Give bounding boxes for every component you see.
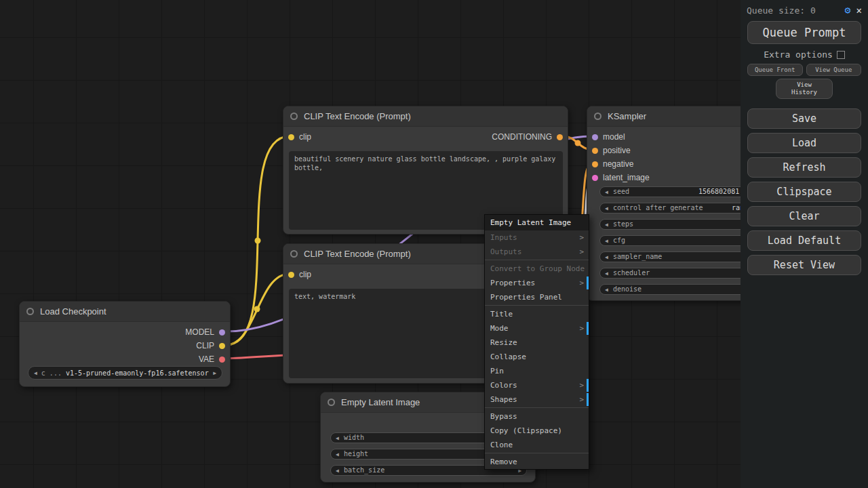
collapse-dot-icon[interactable]	[290, 113, 298, 120]
decrement-arrow-icon[interactable]: ◀	[336, 434, 339, 443]
slot-label: latent_image	[603, 173, 650, 182]
link-dot[interactable]	[575, 140, 581, 146]
clip-output-dot[interactable]	[219, 343, 225, 349]
queue-front-button[interactable]: Queue Front	[747, 64, 803, 76]
slot-label: clip	[299, 132, 311, 142]
negative-input-dot[interactable]	[592, 161, 598, 167]
context-menu-item-pin[interactable]: Pin	[485, 364, 589, 378]
widget-value: ran	[732, 203, 741, 213]
context-menu-item-shapes[interactable]: Shapes>	[485, 392, 589, 407]
decrement-arrow-icon[interactable]: ◀	[605, 204, 608, 213]
conditioning-output-dot[interactable]	[557, 134, 563, 140]
clip-input-dot[interactable]	[288, 134, 294, 140]
input-slot-clip[interactable]: clip	[288, 131, 311, 142]
input-slot-positive[interactable]: positive	[592, 145, 631, 156]
decrement-arrow-icon[interactable]: ◀	[605, 253, 608, 262]
context-menu-item-bypass[interactable]: Bypass	[485, 409, 589, 424]
widget-control-after-generate[interactable]: ◀control after generateran▶	[599, 203, 741, 214]
widget-steps[interactable]: ◀steps▶	[599, 219, 741, 230]
comfyui-menu-panel: Queue size: 0 ⚙ ✕ Queue Prompt Extra opt…	[741, 0, 868, 488]
context-menu-item-properties[interactable]: Properties>	[485, 276, 589, 290]
latent-image-input-dot[interactable]	[592, 175, 598, 181]
context-menu-item-convert-to-group-node: Convert to Group Node	[485, 262, 589, 276]
sidebar-save-button[interactable]: Save	[747, 108, 861, 129]
increment-arrow-icon[interactable]: ▶	[213, 370, 216, 376]
decrement-arrow-icon[interactable]: ◀	[336, 450, 339, 459]
output-slot-clip[interactable]: CLIP	[196, 340, 225, 351]
decrement-arrow-icon[interactable]: ◀	[605, 269, 608, 278]
collapse-dot-icon[interactable]	[594, 113, 601, 120]
widget-cfg[interactable]: ◀cfg▶	[599, 235, 741, 246]
node-title-text: Load Checkpoint	[40, 306, 106, 317]
input-slot-latent-image[interactable]: latent_image	[592, 172, 650, 183]
context-menu-item-resize[interactable]: Resize	[485, 336, 589, 350]
node-header[interactable]: KSampler	[587, 106, 741, 127]
ckpt-name-combo-widget[interactable]: ◀ c ... v1-5-pruned-emaonly-fp16.safeten…	[28, 366, 222, 380]
submenu-accent-bar	[587, 322, 589, 335]
queue-prompt-button[interactable]: Queue Prompt	[747, 21, 861, 44]
output-slot-conditioning[interactable]: CONDITIONING	[492, 131, 563, 142]
sidebar-refresh-button[interactable]: Refresh	[747, 157, 861, 178]
settings-gear-icon[interactable]: ⚙	[845, 5, 851, 16]
input-slot-clip[interactable]: clip	[288, 269, 311, 280]
submenu-arrow-icon: >	[579, 378, 584, 392]
slot-label: model	[603, 132, 625, 142]
input-slot-model[interactable]: model	[592, 131, 625, 142]
widget-denoise[interactable]: ◀denoise▶	[599, 284, 741, 295]
decrement-arrow-icon[interactable]: ◀	[34, 370, 37, 376]
context-menu-item-remove[interactable]: Remove	[485, 455, 589, 469]
close-icon[interactable]: ✕	[856, 5, 862, 16]
model-input-dot[interactable]	[592, 134, 598, 140]
sidebar-load-default-button[interactable]: Load Default	[747, 230, 861, 251]
widget-seed[interactable]: ◀seed1566802081▶	[599, 186, 741, 197]
widget-label: seed	[613, 187, 629, 197]
clip-input-dot[interactable]	[288, 272, 294, 278]
node-header[interactable]: CLIP Text Encode (Prompt)	[283, 106, 568, 127]
extra-options-checkbox[interactable]	[837, 51, 845, 59]
widget-label: steps	[613, 220, 633, 229]
context-menu-item-outputs: Outputs>	[485, 245, 589, 259]
sidebar-load-button[interactable]: Load	[747, 133, 861, 153]
input-slot-negative[interactable]: negative	[592, 159, 633, 169]
sidebar-clipspace-button[interactable]: Clipspace	[747, 182, 861, 202]
decrement-arrow-icon[interactable]: ◀	[605, 220, 608, 229]
collapse-dot-icon[interactable]	[26, 308, 34, 315]
decrement-arrow-icon[interactable]: ◀	[605, 237, 608, 245]
context-menu-item-mode[interactable]: Mode>	[485, 321, 589, 336]
collapse-dot-icon[interactable]	[328, 399, 335, 406]
context-menu-item-properties-panel[interactable]: Properties Panel	[485, 290, 589, 304]
context-menu-separator	[485, 260, 589, 261]
decrement-arrow-icon[interactable]: ◀	[605, 285, 608, 294]
positive-input-dot[interactable]	[592, 148, 598, 154]
output-slot-model[interactable]: MODEL	[185, 327, 225, 338]
widget-sampler-name[interactable]: ◀sampler_name▶	[599, 251, 741, 262]
model-output-dot[interactable]	[219, 329, 225, 336]
context-menu-title: Empty Latent Image	[485, 215, 589, 230]
view-queue-button[interactable]: View Queue	[806, 64, 862, 76]
context-menu-item-collapse[interactable]: Collapse	[485, 350, 589, 364]
node-graph-canvas[interactable]: CLIP Text Encode (Prompt) clip CONDITION…	[0, 0, 741, 488]
context-menu-item-copy-clipspace[interactable]: Copy (Clipspace)	[485, 424, 589, 438]
node-ksampler[interactable]: KSampler modelpositivenegativelatent_ima…	[587, 106, 741, 301]
decrement-arrow-icon[interactable]: ◀	[336, 466, 339, 475]
vae-output-dot[interactable]	[219, 357, 225, 363]
context-menu-item-colors[interactable]: Colors>	[485, 378, 589, 392]
collapse-dot-icon[interactable]	[290, 250, 298, 258]
widget-label: width	[344, 433, 364, 443]
link-dot[interactable]	[254, 306, 260, 312]
view-history-button[interactable]: View History	[776, 79, 833, 99]
link-dot[interactable]	[255, 238, 261, 244]
widget-label: height	[344, 449, 368, 459]
submenu-accent-bar	[587, 379, 589, 392]
submenu-arrow-icon: >	[579, 276, 584, 290]
sidebar-reset-view-button[interactable]: Reset View	[747, 255, 861, 275]
sidebar-clear-button[interactable]: Clear	[747, 206, 861, 226]
node-load-checkpoint[interactable]: Load Checkpoint MODELCLIPVAE ◀ c ... v1-…	[19, 301, 231, 387]
output-slot-vae[interactable]: VAE	[199, 354, 225, 365]
node-header[interactable]: Load Checkpoint	[20, 302, 230, 322]
context-menu-item-title[interactable]: Title	[485, 307, 589, 321]
context-menu-item-clone[interactable]: Clone	[485, 438, 589, 452]
widget-scheduler[interactable]: ◀scheduler▶	[599, 268, 741, 279]
widget-label: scheduler	[613, 268, 650, 278]
decrement-arrow-icon[interactable]: ◀	[605, 188, 608, 197]
